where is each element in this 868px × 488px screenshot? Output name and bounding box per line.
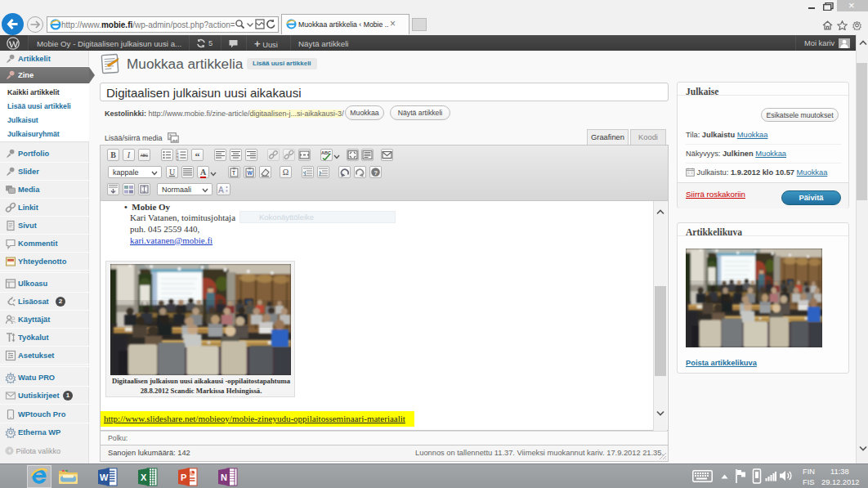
svg-text:N: N	[221, 472, 227, 482]
svg-text:T: T	[232, 170, 235, 176]
svg-text:A: A	[218, 186, 224, 195]
svg-text:W: W	[248, 170, 253, 176]
svg-text:?: ?	[374, 169, 378, 177]
svg-text:3: 3	[177, 157, 179, 160]
svg-text:X: X	[141, 472, 147, 482]
svg-text:P: P	[181, 472, 186, 482]
svg-text:W: W	[100, 472, 109, 482]
